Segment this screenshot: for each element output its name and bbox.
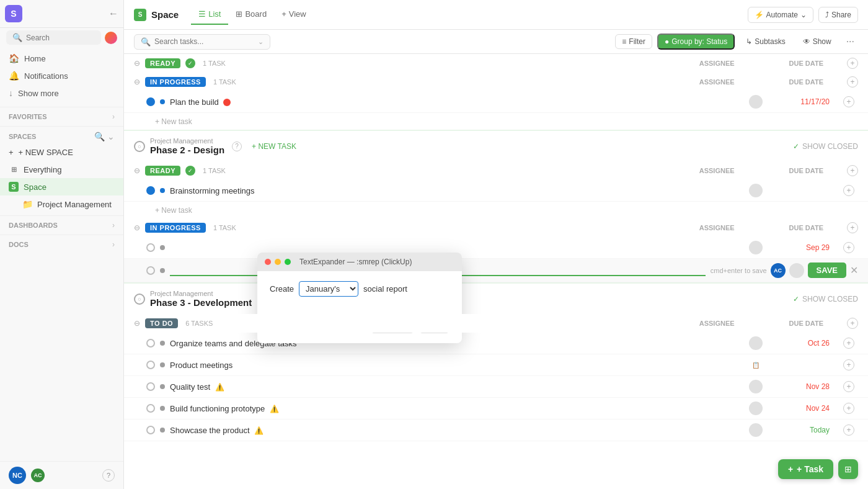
tab-list[interactable]: ☰ List [191,4,228,25]
modal-close-dot[interactable] [265,259,271,265]
sidebar-item-home[interactable]: 🏠 Home [0,50,123,67]
task-checkbox[interactable] [146,361,155,369]
modal-month-select[interactable]: January's February's March's [299,281,358,297]
modal-minimize-dot[interactable] [275,259,281,265]
task-checkbox[interactable] [146,186,155,195]
share-button[interactable]: ⤴ Share [818,7,858,23]
board-icon: ⊞ [236,9,242,19]
filter-button[interactable]: ≡ Filter [615,34,652,49]
fab-task-button[interactable]: + + Task [778,459,833,479]
new-task-editing-row: cmd+enter to save AC SAVE ✕ [124,259,868,282]
add-column-ip[interactable]: + [847,76,858,87]
table-row[interactable]: Product meetings 📋 + [124,354,868,376]
task-add-icon[interactable]: + [843,338,854,349]
user-avatar[interactable]: NC [9,467,26,484]
phase3-show-closed[interactable]: ✓ SHOW CLOSED [793,295,858,303]
collapse-ready-icon[interactable]: ⊖ [134,59,140,68]
task-due-date: Nov 28 [773,382,835,391]
task-checkbox[interactable] [146,404,155,413]
new-task-checkbox[interactable] [146,266,155,275]
subtasks-button[interactable]: ↳ Subtasks [740,35,791,48]
task-checkbox[interactable] [146,382,155,391]
task-add-icon[interactable]: + [843,424,854,436]
task-add-icon[interactable]: + [843,381,854,392]
automate-label: Automate [766,11,798,19]
collapse-p2ip-icon[interactable]: ⊖ [134,223,140,232]
task-checkbox[interactable] [146,243,155,252]
group-phase2-ip-header: ⊖ IN PROGRESS 1 TASK ASSIGNEE DUE DATE + [124,218,868,237]
group-phase2-in-progress: ⊖ IN PROGRESS 1 TASK ASSIGNEE DUE DATE +… [124,218,868,282]
more-options-button[interactable]: ··· [843,34,858,50]
search-input[interactable] [154,37,254,46]
favorites-header[interactable]: FAVORITES › [0,107,123,123]
secondary-avatar[interactable]: AC [31,469,45,482]
assignee-header-ip: ASSIGNEE [699,78,735,86]
add-task-button-p2r[interactable]: + New task [155,206,192,215]
table-row[interactable]: Plan the build 11/17/20 + [124,91,868,113]
search-chevron-icon[interactable]: ⌄ [258,38,264,46]
table-row[interactable]: Build functioning prototype ⚠️ Nov 24 + [124,398,868,419]
table-row[interactable]: Brainstorming meetings + [124,180,868,202]
sidebar-item-notifications[interactable]: 🔔 Notifications [0,67,123,84]
table-row[interactable]: Organize teams and delegate tasks Oct 26… [124,333,868,354]
add-column-p3[interactable]: + [847,318,858,329]
task-checkbox[interactable] [146,339,155,348]
save-button[interactable]: SAVE [808,262,846,278]
add-column-ready[interactable]: + [847,58,858,69]
check-icon: ✓ [793,295,799,303]
group-in-progress-1: ⊖ IN PROGRESS 1 TASK ASSIGNEE DUE DATE +… [124,73,868,130]
ai-button[interactable] [105,32,117,44]
lightning-icon: ⚡ [755,11,764,19]
sidebar-item-project-management[interactable]: 📁 Project Management [0,195,123,213]
task-add-icon[interactable]: + [843,359,854,370]
help-button[interactable]: ? [102,469,115,482]
show-button[interactable]: 👁 Show [797,35,838,48]
sidebar-search-container[interactable]: 🔍 [6,30,101,45]
collapse-p2ready-icon[interactable]: ⊖ [134,166,140,175]
phase2-title: Phase 2 - Design [150,145,224,155]
subtasks-icon: ↳ [746,37,752,46]
tab-view[interactable]: + View [274,4,314,25]
task-add-icon[interactable]: + [843,185,854,196]
task-add-icon[interactable]: + [843,96,854,107]
phase2-show-closed[interactable]: ✓ SHOW CLOSED [793,142,858,151]
add-column-p2ip[interactable]: + [847,222,858,233]
dashboards-header[interactable]: DASHBOARDS › [0,216,123,232]
assignee-avatar [749,336,763,350]
task-add-icon[interactable]: + [843,403,854,414]
collapse-in-progress-icon[interactable]: ⊖ [134,78,140,86]
app-logo: S [5,5,22,22]
phase2-new-task-button[interactable]: + NEW TASK [252,142,296,151]
task-due-date: Nov 24 [773,404,835,413]
collapse-p3todo-icon[interactable]: ⊖ [134,319,140,328]
fab-grid-button[interactable]: ⊞ [838,459,858,479]
add-task-button[interactable]: + New task [155,117,192,126]
automate-button[interactable]: ⚡ Automate ⌄ [748,7,813,23]
save-close-icon[interactable]: ✕ [850,264,858,276]
tab-board[interactable]: ⊞ Board [228,4,274,25]
task-checkbox[interactable] [146,426,155,434]
sidebar-item-show-more[interactable]: ↓ Show more [0,84,123,102]
modal-maximize-dot[interactable] [285,259,291,265]
task-dot [160,384,165,389]
modal-body: Create January's February's March's soci… [257,271,462,316]
phase2-info-icon[interactable]: ? [232,141,242,151]
fab-area: + + Task ⊞ [778,459,858,479]
table-row[interactable]: Showcase the product ⚠️ Today + [124,419,868,441]
task-add-icon[interactable]: + [843,242,854,253]
add-column-p2r[interactable]: + [847,165,858,176]
task-checkbox[interactable] [146,97,155,106]
table-row[interactable]: Quality test ⚠️ Nov 28 + [124,376,868,398]
docs-header[interactable]: DOCS › [0,235,123,251]
spaces-search-icon[interactable]: 🔍 [94,132,105,141]
new-space-button[interactable]: + + NEW SPACE [0,144,123,161]
sidebar: S ← 🔍 🏠 Home 🔔 Notifications ↓ Show more… [0,0,124,489]
search-bar[interactable]: 🔍 ⌄ [134,34,270,50]
table-row[interactable]: Sep 29 + [124,237,868,259]
sidebar-search-input[interactable] [26,34,95,42]
back-button[interactable]: ← [108,8,118,19]
sidebar-item-everything[interactable]: ⊞ Everything [0,161,123,178]
sidebar-item-space[interactable]: S Space [0,178,123,195]
group-by-button[interactable]: ● Group by: Status [657,34,735,50]
spaces-expand-icon[interactable]: ⌄ [107,132,115,141]
